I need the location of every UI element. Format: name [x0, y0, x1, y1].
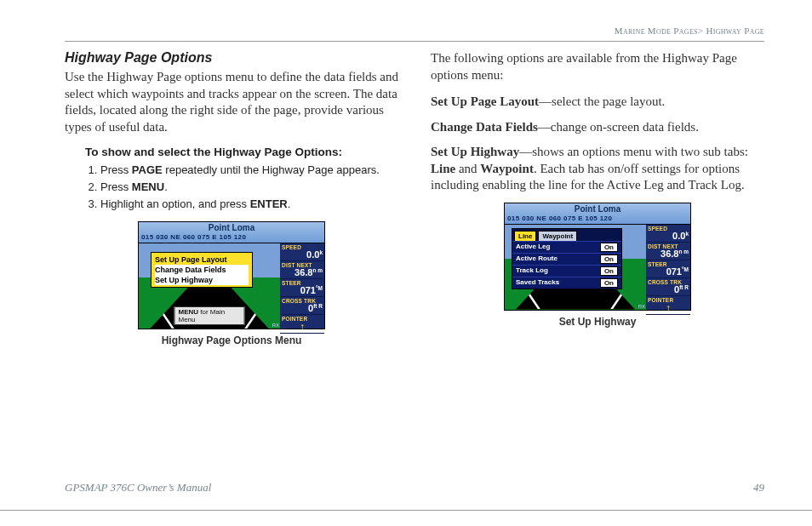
- gps-header: Point Loma 015 030 NE 060 075 E 105 120: [139, 222, 324, 243]
- data-field: POINTER↑: [646, 296, 690, 315]
- gps-main-view: Set Up Page Layout Change Data Fields Se…: [139, 243, 280, 329]
- gps-screen: Point Loma 015 030 NE 060 075 E 105 120 …: [138, 221, 325, 329]
- menu-item[interactable]: Change Data Fields: [155, 265, 249, 275]
- arrow-up-icon: ↑: [282, 322, 323, 332]
- steps-title: To show and select the Highway Page Opti…: [85, 146, 398, 158]
- data-field: CROSS TRK0ft R: [646, 278, 690, 296]
- page-footer: GPSMAP 376C Owner’s Manual 49: [65, 481, 764, 495]
- breadcrumb-left: Marine Mode Pages: [615, 26, 698, 36]
- data-fields-panel: SPEED0.0k DIST NEXT36.8n m STEER071°M CR…: [646, 225, 690, 310]
- manual-title: GPSMAP 376C Owner’s Manual: [65, 481, 211, 495]
- rule: [65, 41, 764, 42]
- breadcrumb-sep: >: [698, 26, 704, 36]
- data-field: SPEED0.0k: [280, 243, 324, 261]
- intro-paragraph: The following options are available from…: [431, 50, 764, 83]
- intro-paragraph: Use the Highway Page options menu to def…: [65, 69, 398, 135]
- data-field: DIST NEXT36.8n m: [646, 243, 690, 260]
- step-item: Highlight an option, and press ENTER.: [100, 196, 398, 213]
- data-field: CROSS TRK0ft R: [280, 297, 324, 315]
- option-item: Change Data Fields—change on-screen data…: [431, 119, 764, 136]
- steps-list: Press PAGE repeatedly until the Highway …: [100, 162, 398, 213]
- left-column: Highway Page Options Use the Highway Pag…: [65, 50, 398, 346]
- toggle-row[interactable]: Saved TracksOn: [512, 277, 621, 289]
- option-item: Set Up Highway—shows an options menu wit…: [431, 144, 764, 194]
- data-fields-panel: SPEED0.0k DIST NEXT36.8n m STEER071°M CR…: [280, 243, 324, 329]
- arrow-up-icon: ↑: [648, 303, 689, 313]
- gps-title: Point Loma: [506, 204, 689, 214]
- option-item: Set Up Page Layout—select the page layou…: [431, 94, 764, 111]
- gps-compass: 015 030 NE 060 075 E 105 120: [140, 232, 323, 243]
- data-field: STEER071°M: [280, 279, 324, 297]
- gps-main-view: Line Waypoint Active LegOn Active RouteO…: [505, 225, 646, 310]
- data-field: STEER071°M: [646, 260, 690, 278]
- toggle-row[interactable]: Active LegOn: [512, 241, 621, 253]
- rx-indicator: RX: [638, 304, 645, 309]
- options-popup: Set Up Page Layout Change Data Fields Se…: [151, 252, 253, 288]
- menu-item[interactable]: Set Up Highway: [155, 275, 249, 285]
- manual-page: Marine Mode Pages> Highway Page Highway …: [0, 0, 812, 511]
- menu-item[interactable]: Set Up Page Layout: [155, 254, 249, 265]
- tab-bar: Line Waypoint: [512, 229, 621, 241]
- gps-header: Point Loma 015 030 NE 060 075 E 105 120: [505, 203, 690, 225]
- section-title: Highway Page Options: [65, 50, 398, 66]
- data-field: DIST NEXT36.8n m: [280, 261, 324, 279]
- step-item: Press PAGE repeatedly until the Highway …: [100, 162, 398, 179]
- gps-compass: 015 030 NE 060 075 E 105 120: [506, 214, 689, 224]
- figure-caption: Set Up Highway: [431, 316, 764, 328]
- data-field: POINTER↑: [280, 315, 324, 334]
- setup-highway-popup: Line Waypoint Active LegOn Active RouteO…: [512, 228, 622, 289]
- figure-1: Point Loma 015 030 NE 060 075 E 105 120 …: [65, 221, 398, 346]
- rx-indicator: RX: [272, 323, 279, 328]
- tab-waypoint[interactable]: Waypoint: [538, 231, 577, 241]
- gps-screen: Point Loma 015 030 NE 060 075 E 105 120 …: [504, 203, 691, 311]
- gps-title: Point Loma: [140, 223, 323, 232]
- tab-line[interactable]: Line: [514, 231, 536, 241]
- right-column: The following options are available from…: [431, 50, 764, 346]
- figure-caption: Highway Page Options Menu: [65, 334, 398, 346]
- page-number: 49: [753, 481, 764, 495]
- options-list: Set Up Page Layout—select the page layou…: [431, 94, 764, 194]
- breadcrumb: Marine Mode Pages> Highway Page: [65, 26, 764, 36]
- figure-2: Point Loma 015 030 NE 060 075 E 105 120 …: [431, 203, 764, 328]
- menu-hint: MENU for Main Menu: [174, 306, 245, 325]
- toggle-row[interactable]: Active RouteOn: [512, 253, 621, 265]
- breadcrumb-right: Highway Page: [706, 26, 764, 36]
- data-field: SPEED0.0k: [646, 225, 690, 243]
- toggle-row[interactable]: Track LogOn: [512, 265, 621, 277]
- step-item: Press MENU.: [100, 179, 398, 196]
